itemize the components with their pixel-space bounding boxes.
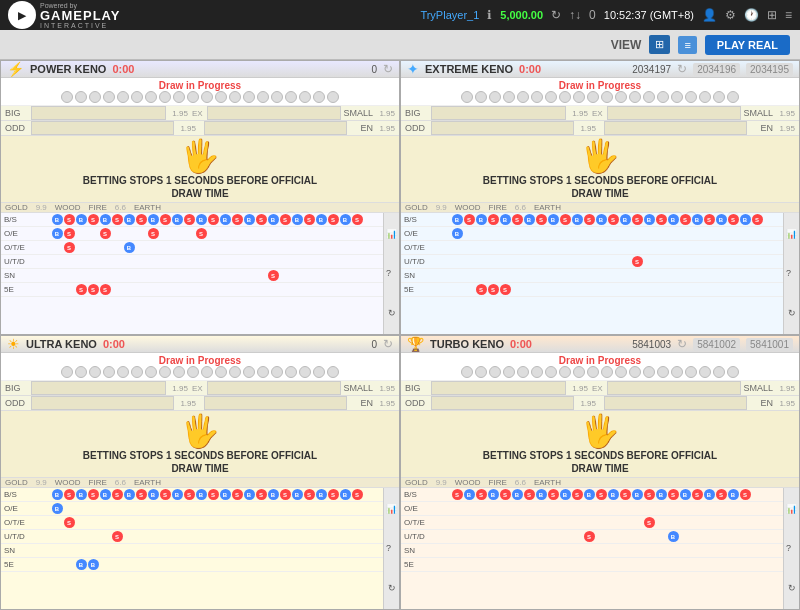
chip-b[interactable]: B [656,489,667,500]
even-box[interactable] [604,121,747,135]
chip-s[interactable]: S [584,214,595,225]
chip-s[interactable]: S [232,489,243,500]
chip-b[interactable]: B [340,214,351,225]
chip-b[interactable]: B [76,559,87,570]
refresh-game-icon[interactable]: ↻ [677,337,687,351]
chip-b[interactable]: B [644,214,655,225]
username[interactable]: TryPlayer_1 [420,9,479,21]
odd-box[interactable] [431,121,574,135]
chip-s[interactable]: S [352,489,363,500]
refresh-game-icon[interactable]: ↻ [383,337,393,351]
chart-icon[interactable]: 📊 [786,229,797,239]
grid-icon[interactable]: ⊞ [767,8,777,22]
chip-s[interactable]: S [560,214,571,225]
chip-s[interactable]: S [184,214,195,225]
chip-b[interactable]: B [220,489,231,500]
chip-s[interactable]: S [524,489,535,500]
question-icon[interactable]: ? [786,268,797,278]
chip-b[interactable]: B [76,489,87,500]
chip-b[interactable]: B [316,214,327,225]
chip-b[interactable]: B [52,489,63,500]
refresh-table-icon[interactable]: ↻ [786,307,797,319]
chip-s[interactable]: S [584,531,595,542]
chip-b[interactable]: B [680,489,691,500]
chip-s[interactable]: S [280,214,291,225]
chip-s[interactable]: S [208,489,219,500]
refresh-table-icon[interactable]: ↻ [386,582,397,594]
chip-s[interactable]: S [184,489,195,500]
big-box[interactable] [31,381,166,395]
chip-s[interactable]: S [740,489,751,500]
chip-s[interactable]: S [88,284,99,295]
big-box[interactable] [31,106,166,120]
chart-icon[interactable]: 📊 [386,504,397,514]
chip-s[interactable]: S [500,284,511,295]
refresh-game-icon[interactable]: ↻ [383,62,393,76]
small-box[interactable] [607,381,742,395]
chip-s[interactable]: S [512,214,523,225]
question-icon[interactable]: ? [786,543,797,553]
chip-b[interactable]: B [536,489,547,500]
chip-b[interactable]: B [244,214,255,225]
chip-s[interactable]: S [232,214,243,225]
small-box[interactable] [207,381,342,395]
chip-b[interactable]: B [728,489,739,500]
chip-s[interactable]: S [112,214,123,225]
chip-b[interactable]: B [452,214,463,225]
odd-box[interactable] [31,121,174,135]
chip-s[interactable]: S [280,489,291,500]
chip-b[interactable]: B [52,214,63,225]
odd-box[interactable] [31,396,174,410]
refresh-game-icon[interactable]: ↻ [677,62,687,76]
chip-b[interactable]: B [548,214,559,225]
chip-s[interactable]: S [716,489,727,500]
chip-s[interactable]: S [536,214,547,225]
chip-s[interactable]: S [304,214,315,225]
chart-icon[interactable]: 📊 [386,229,397,239]
chip-b[interactable]: B [124,489,135,500]
chip-b[interactable]: B [268,489,279,500]
chip-b[interactable]: B [596,214,607,225]
chip-s[interactable]: S [64,517,75,528]
chip-s[interactable]: S [644,517,655,528]
chip-s[interactable]: S [632,214,643,225]
chip-s[interactable]: S [64,228,75,239]
chip-s[interactable]: S [464,214,475,225]
chip-s[interactable]: S [620,489,631,500]
chip-s[interactable]: S [64,214,75,225]
chip-b[interactable]: B [100,214,111,225]
chip-b[interactable]: B [452,228,463,239]
chip-s[interactable]: S [352,214,363,225]
chip-b[interactable]: B [124,242,135,253]
chip-s[interactable]: S [328,214,339,225]
chip-s[interactable]: S [136,214,147,225]
chip-b[interactable]: B [488,489,499,500]
chip-s[interactable]: S [100,228,111,239]
clock-icon[interactable]: 🕐 [744,8,759,22]
chip-b[interactable]: B [668,214,679,225]
question-icon[interactable]: ? [386,268,397,278]
chip-b[interactable]: B [52,503,63,514]
chip-b[interactable]: B [100,489,111,500]
chip-s[interactable]: S [328,489,339,500]
chip-s[interactable]: S [596,489,607,500]
chip-s[interactable]: S [644,489,655,500]
chip-b[interactable]: B [704,489,715,500]
chip-b[interactable]: B [148,214,159,225]
chip-b[interactable]: B [196,214,207,225]
chip-s[interactable]: S [452,489,463,500]
chip-s[interactable]: S [476,489,487,500]
chip-s[interactable]: S [572,489,583,500]
grid-view-button[interactable]: ⊞ [649,35,670,54]
chip-s[interactable]: S [268,270,279,281]
chip-s[interactable]: S [208,214,219,225]
big-box[interactable] [431,106,566,120]
play-real-button[interactable]: PLAY REAL [705,35,790,55]
chip-b[interactable]: B [52,228,63,239]
chip-b[interactable]: B [88,559,99,570]
even-box[interactable] [204,121,347,135]
chip-s[interactable]: S [112,531,123,542]
chip-b[interactable]: B [560,489,571,500]
question-icon[interactable]: ? [386,543,397,553]
chip-s[interactable]: S [704,214,715,225]
